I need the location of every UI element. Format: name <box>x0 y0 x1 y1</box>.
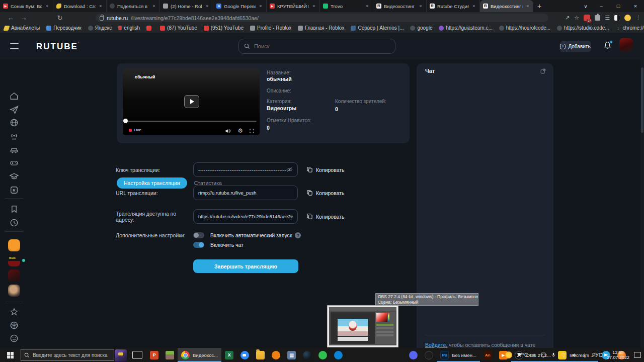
bookmark-item[interactable]: (87) YouTube <box>160 25 197 31</box>
weather-sun-icon[interactable] <box>505 351 512 358</box>
bookmark-item[interactable]: ↓ chrome://download... <box>616 25 644 31</box>
taskbar-app-button[interactable] <box>331 348 346 362</box>
end-stream-button[interactable]: Завершить трансляцию <box>193 259 298 273</box>
tab-close-icon[interactable]: × <box>258 4 263 9</box>
scrollbar-thumb[interactable] <box>641 67 643 133</box>
sidebar-item-home[interactable] <box>9 91 19 101</box>
sidebar-channel-avatar[interactable] <box>8 239 20 251</box>
sidebar-item-sport[interactable] <box>9 320 19 330</box>
search-highlight-icon[interactable] <box>115 349 127 361</box>
browser-tab[interactable]: Trovo × <box>320 0 373 12</box>
browser-tab[interactable]: Поделиться в Wha × <box>107 0 160 12</box>
login-link[interactable]: Войдите, <box>425 342 447 348</box>
sidebar-channel-avatar[interactable] <box>8 254 20 266</box>
back-button[interactable]: ← <box>4 14 17 22</box>
window-close-button[interactable]: × <box>627 0 644 12</box>
tab-close-icon[interactable]: × <box>471 4 476 9</box>
browser-tab[interactable]: R Rutube Студия × <box>427 0 480 12</box>
tab-close-icon[interactable]: × <box>98 4 103 9</box>
tab-close-icon[interactable]: × <box>151 4 156 9</box>
window-minimize-button[interactable]: – <box>593 0 610 12</box>
sidebar-item-favorites[interactable] <box>9 307 19 317</box>
audio-jack-icon[interactable] <box>582 352 588 358</box>
taskbar-app-button[interactable] <box>162 348 178 362</box>
bookmark-item[interactable]: Авиабилеты <box>4 25 40 31</box>
tab-close-icon[interactable]: × <box>205 4 210 9</box>
help-icon[interactable]: ? <box>295 232 301 238</box>
browser-menu-icon[interactable]: ⋮ <box>635 15 641 21</box>
bookmark-item[interactable]: Сервер | Aternos |... <box>351 25 404 31</box>
bookmark-item[interactable]: https://studio.code... <box>557 25 609 31</box>
hamburger-menu-icon[interactable] <box>10 43 19 49</box>
sidebar-item-originals[interactable]: R <box>9 185 19 195</box>
autostart-toggle[interactable] <box>193 232 204 238</box>
bookmark-item[interactable] <box>146 26 153 31</box>
microphone-icon[interactable] <box>551 352 556 358</box>
sidebar-item-trending[interactable] <box>9 105 19 115</box>
tab-close-icon[interactable]: × <box>311 4 316 9</box>
stream-url-input[interactable] <box>193 186 298 200</box>
stream-key-value[interactable] <box>198 167 286 172</box>
chat-popout-icon[interactable] <box>540 67 546 76</box>
browser-tab[interactable]: (2) Home - Roblox × <box>160 0 213 12</box>
sidebar-item-kids[interactable] <box>9 333 19 343</box>
copy-stream-key-button[interactable]: Копировать <box>307 166 345 173</box>
tray-expand-chevron-icon[interactable]: ∧ <box>532 352 536 357</box>
bookmark-item[interactable]: Главная - Roblox <box>298 25 344 31</box>
stream-address-input[interactable] <box>193 209 298 224</box>
tab-search-chevron-icon[interactable]: ∨ <box>579 0 593 12</box>
taskbar-app-button[interactable] <box>315 348 331 362</box>
bookmark-item[interactable]: google <box>410 25 432 31</box>
taskbar-app-button[interactable] <box>299 348 315 362</box>
browser-tab[interactable]: G Google Перевод × <box>213 0 267 12</box>
search-input[interactable] <box>254 43 390 49</box>
fullscreen-icon[interactable] <box>249 128 255 134</box>
add-content-button[interactable]: + Добавить <box>559 41 591 52</box>
sidebar-item-live[interactable]: LIVE <box>9 131 19 141</box>
bookmark-item[interactable]: english <box>118 25 140 31</box>
stream-address-value[interactable] <box>198 214 293 219</box>
address-bar[interactable]: rutube.ru /livestreaming/e77c29bde8146ae… <box>96 14 548 22</box>
reader-extension-icon[interactable] <box>614 15 620 21</box>
sidebar-item-games[interactable] <box>9 158 19 168</box>
profile-avatar[interactable] <box>624 15 631 21</box>
volume-icon[interactable] <box>572 352 578 358</box>
window-maximize-button[interactable]: □ <box>610 0 627 12</box>
browser-tab[interactable]: ▶ КРУТЕЙШИЙ МО × <box>267 0 320 12</box>
sidebar-item-history[interactable] <box>9 218 19 228</box>
taskbar-app-button[interactable]: X <box>221 348 237 362</box>
reload-button[interactable]: ↻ <box>53 14 66 22</box>
share-icon[interactable]: ↗ <box>565 15 570 21</box>
bookmark-star-icon[interactable]: ☆ <box>574 15 579 21</box>
play-button[interactable] <box>184 95 199 108</box>
page-scrollbar[interactable] <box>640 33 644 348</box>
taskbar-app-button[interactable] <box>237 348 253 362</box>
forward-button[interactable]: → <box>17 14 30 22</box>
sidebar-channel-avatar[interactable] <box>8 269 20 282</box>
sidebar-item-education[interactable] <box>9 171 19 182</box>
taskbar-app-button[interactable]: Видеохос... <box>178 348 221 362</box>
eye-off-icon[interactable] <box>286 167 293 172</box>
adblock-extension-icon[interactable]: 37 <box>584 15 590 21</box>
playlist-extension-icon[interactable]: ☰ <box>605 15 610 21</box>
copy-stream-address-button[interactable]: Копировать <box>307 213 345 220</box>
browser-tab[interactable]: ▶ Соник Бум: Все гр × <box>0 0 53 12</box>
stream-key-input[interactable] <box>193 162 298 177</box>
taskbar-search[interactable] <box>21 349 114 361</box>
ssl-lock-icon[interactable] <box>100 16 104 21</box>
bookmark-item[interactable]: (951) YouTube <box>204 25 244 31</box>
new-tab-button[interactable]: + <box>533 0 545 12</box>
rutube-logo[interactable]: RUTUBEʼ <box>36 41 80 52</box>
weather-temp[interactable]: 37°C <box>517 352 528 358</box>
volume-icon[interactable] <box>225 128 231 134</box>
taskbar-app-button[interactable] <box>406 348 421 362</box>
tab-close-icon[interactable]: × <box>365 4 370 9</box>
start-button[interactable] <box>0 348 20 362</box>
video-player[interactable]: обычный Live ⚙ <box>123 68 260 135</box>
settings-gear-icon[interactable]: ⚙ <box>237 128 243 134</box>
language-indicator[interactable]: РУС <box>592 352 602 358</box>
progress-knob[interactable] <box>123 119 128 123</box>
taskbar-app-button[interactable] <box>268 348 284 362</box>
browser-tab[interactable]: R Видеохостинг Rut × <box>480 0 533 12</box>
device-icon[interactable] <box>540 352 546 358</box>
